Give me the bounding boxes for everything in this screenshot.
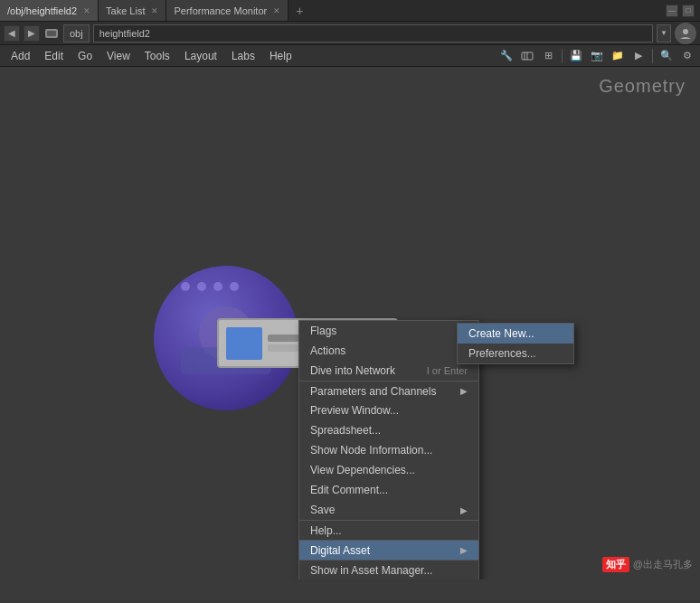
tab-close-perf[interactable]: ✕: [273, 6, 280, 15]
ctx-digital-asset[interactable]: Digital Asset ▶: [299, 540, 478, 560]
ctx-preview[interactable]: Preview Window...: [299, 400, 478, 420]
ctx-flags[interactable]: Flags ▶: [299, 321, 478, 341]
ctx-node-info-label: Show Node Information...: [310, 444, 432, 457]
ctx-save-arrow: ▶: [460, 505, 468, 515]
context-menu: Flags ▶ Actions ▶ Dive into Network I or…: [298, 320, 479, 579]
menu-view[interactable]: View: [99, 45, 137, 66]
new-tab-button[interactable]: +: [289, 4, 310, 18]
maximize-button[interactable]: □: [682, 5, 695, 17]
node-dot-3: [213, 282, 222, 291]
node-dot-4: [230, 282, 239, 291]
ctx-preview-label: Preview Window...: [310, 404, 399, 417]
toolbar-search[interactable]: 🔍: [657, 47, 676, 65]
node-rect-icon: [226, 327, 262, 360]
sub-preferences-label: Preferences...: [468, 347, 536, 360]
path-full[interactable]: heightfield2: [93, 24, 653, 42]
sub-menu: Create New... Preferences...: [457, 323, 574, 364]
ctx-help[interactable]: Help...: [299, 520, 478, 540]
node-icon: [43, 25, 60, 42]
path-obj[interactable]: obj: [63, 24, 90, 42]
node-dots: [181, 282, 239, 291]
ctx-view-deps-label: View Dependencies...: [310, 464, 415, 476]
geometry-label: Geometry: [599, 76, 686, 97]
menu-bar: Add Edit Go View Tools Layout Labs Help …: [0, 45, 700, 67]
ctx-actions-label: Actions: [310, 344, 345, 357]
tab-close-heightfield2[interactable]: ✕: [83, 6, 90, 15]
watermark: 知乎 @出走马孔多: [602, 557, 693, 572]
ctx-node-info[interactable]: Show Node Information...: [299, 440, 478, 460]
tab-take-list[interactable]: Take List ✕: [99, 0, 166, 21]
svg-point-2: [683, 29, 688, 34]
ctx-help-label: Help...: [310, 524, 342, 537]
ctx-save[interactable]: Save ▶: [299, 500, 478, 520]
ctx-asset-manager[interactable]: Show in Asset Manager...: [299, 560, 478, 579]
ctx-edit-comment-label: Edit Comment...: [310, 484, 388, 496]
node-dot-1: [181, 282, 190, 291]
menu-tools[interactable]: Tools: [137, 45, 177, 66]
sub-create-new[interactable]: Create New...: [458, 324, 573, 344]
watermark-badge: 知乎: [602, 557, 629, 572]
toolbar-grid[interactable]: ⊞: [539, 47, 557, 65]
toolbar-folder[interactable]: 📁: [609, 47, 627, 65]
viewport[interactable]: Geometry heightfield1 Flags ▶ Actions: [0, 67, 700, 579]
menu-edit[interactable]: Edit: [37, 45, 71, 66]
sub-create-new-label: Create New...: [468, 327, 534, 340]
tab-label-take: Take List: [106, 5, 145, 16]
menu-help[interactable]: Help: [262, 45, 299, 66]
toolbar-camera[interactable]: 📷: [588, 47, 606, 65]
ctx-dive-label: Dive into Network: [310, 364, 395, 377]
tab-heightfield2[interactable]: /obj/heightfield2 ✕: [0, 0, 99, 21]
ctx-actions[interactable]: Actions ▶: [299, 341, 478, 361]
toolbar-sep1: [562, 49, 563, 63]
toolbar: 🔧 ⊞ 💾 📷 📁 ▶ 🔍 ⚙: [497, 47, 696, 65]
node-dot-2: [197, 282, 206, 291]
toolbar-play[interactable]: ▶: [629, 47, 648, 65]
ctx-params-arrow: ▶: [460, 386, 468, 396]
ctx-flags-label: Flags: [310, 325, 336, 337]
ctx-dive[interactable]: Dive into Network I or Enter: [299, 361, 478, 381]
ctx-dive-shortcut: I or Enter: [427, 365, 468, 376]
toolbar-wrench[interactable]: 🔧: [497, 47, 516, 65]
ctx-spreadsheet[interactable]: Spreadsheet...: [299, 420, 478, 440]
sub-preferences[interactable]: Preferences...: [458, 344, 573, 363]
watermark-text: @出走马孔多: [633, 558, 693, 571]
toolbar-save[interactable]: 💾: [567, 47, 585, 65]
menu-go[interactable]: Go: [71, 45, 99, 66]
tab-label: /obj/heightfield2: [7, 5, 77, 16]
ctx-view-deps[interactable]: View Dependencies...: [299, 460, 478, 480]
ctx-params[interactable]: Parameters and Channels ▶: [299, 381, 478, 400]
back-button[interactable]: ◀: [4, 25, 20, 42]
forward-button[interactable]: ▶: [24, 25, 40, 42]
menu-add[interactable]: Add: [4, 45, 37, 66]
ctx-asset-manager-label: Show in Asset Manager...: [310, 564, 432, 577]
tab-perf-monitor[interactable]: Performance Monitor ✕: [166, 0, 289, 21]
toolbar-network[interactable]: [518, 47, 536, 65]
ctx-digital-asset-arrow: ▶: [460, 545, 468, 555]
ctx-spreadsheet-label: Spreadsheet...: [310, 424, 381, 437]
ctx-digital-asset-label: Digital Asset: [310, 544, 370, 557]
toolbar-settings[interactable]: ⚙: [678, 47, 696, 65]
path-dropdown-button[interactable]: ▼: [657, 24, 671, 42]
tab-label-perf: Performance Monitor: [174, 5, 267, 16]
menu-layout[interactable]: Layout: [177, 45, 224, 66]
path-bar: ◀ ▶ obj heightfield2 ▼: [0, 22, 700, 45]
ctx-save-label: Save: [310, 504, 335, 516]
minimize-button[interactable]: —: [666, 5, 678, 17]
user-avatar: [675, 23, 696, 44]
menu-labs[interactable]: Labs: [224, 45, 262, 66]
ctx-edit-comment[interactable]: Edit Comment...: [299, 480, 478, 500]
tab-close-take[interactable]: ✕: [151, 6, 158, 15]
svg-rect-1: [47, 31, 56, 36]
toolbar-sep2: [652, 49, 653, 63]
window-controls: — □: [666, 5, 700, 17]
title-bar: /obj/heightfield2 ✕ Take List ✕ Performa…: [0, 0, 700, 22]
ctx-params-label: Parameters and Channels: [310, 385, 436, 398]
